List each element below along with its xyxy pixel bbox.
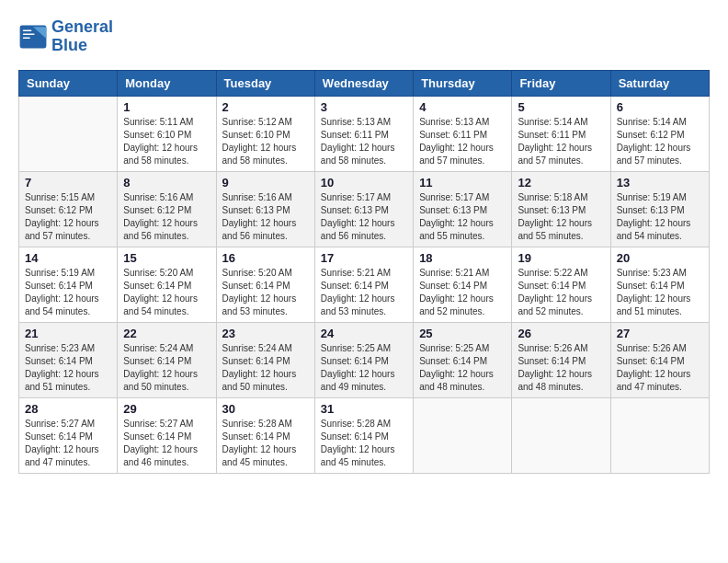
day-header-wednesday: Wednesday	[314, 70, 413, 96]
day-number: 12	[518, 176, 604, 190]
calendar-cell: 30 Sunrise: 5:28 AM Sunset: 6:14 PM Dayl…	[216, 397, 314, 473]
calendar-cell: 21 Sunrise: 5:23 AM Sunset: 6:14 PM Dayl…	[19, 322, 118, 397]
day-info: Sunrise: 5:17 AM Sunset: 6:13 PM Dayligh…	[419, 191, 506, 243]
day-headers-row: SundayMondayTuesdayWednesdayThursdayFrid…	[19, 70, 710, 96]
day-number: 9	[222, 176, 309, 190]
calendar-cell: 8 Sunrise: 5:16 AM Sunset: 6:12 PM Dayli…	[118, 171, 216, 247]
calendar-table: SundayMondayTuesdayWednesdayThursdayFrid…	[18, 70, 710, 474]
day-number: 7	[25, 176, 111, 190]
calendar-cell	[610, 397, 709, 473]
day-info: Sunrise: 5:23 AM Sunset: 6:14 PM Dayligh…	[617, 267, 703, 318]
day-number: 17	[321, 251, 407, 265]
calendar-cell: 20 Sunrise: 5:23 AM Sunset: 6:14 PM Dayl…	[610, 247, 709, 322]
day-header-sunday: Sunday	[19, 70, 118, 96]
day-number: 20	[617, 251, 703, 265]
day-info: Sunrise: 5:19 AM Sunset: 6:14 PM Dayligh…	[25, 267, 111, 318]
day-number: 11	[419, 176, 506, 190]
day-info: Sunrise: 5:25 AM Sunset: 6:14 PM Dayligh…	[419, 342, 506, 394]
calendar-cell: 28 Sunrise: 5:27 AM Sunset: 6:14 PM Dayl…	[19, 397, 118, 473]
day-info: Sunrise: 5:26 AM Sunset: 6:14 PM Dayligh…	[518, 342, 604, 394]
calendar-cell	[512, 397, 610, 473]
calendar-cell: 14 Sunrise: 5:19 AM Sunset: 6:14 PM Dayl…	[19, 247, 118, 322]
day-number: 8	[123, 176, 210, 190]
day-info: Sunrise: 5:22 AM Sunset: 6:14 PM Dayligh…	[518, 267, 604, 318]
day-info: Sunrise: 5:20 AM Sunset: 6:14 PM Dayligh…	[222, 267, 309, 318]
calendar-cell: 16 Sunrise: 5:20 AM Sunset: 6:14 PM Dayl…	[216, 247, 314, 322]
day-header-tuesday: Tuesday	[216, 70, 314, 96]
calendar-cell: 3 Sunrise: 5:13 AM Sunset: 6:11 PM Dayli…	[314, 96, 413, 171]
calendar-cell: 29 Sunrise: 5:27 AM Sunset: 6:14 PM Dayl…	[118, 397, 216, 473]
day-header-saturday: Saturday	[610, 70, 709, 96]
day-info: Sunrise: 5:16 AM Sunset: 6:13 PM Dayligh…	[222, 191, 309, 243]
day-number: 21	[25, 327, 111, 340]
calendar-cell: 2 Sunrise: 5:12 AM Sunset: 6:10 PM Dayli…	[216, 96, 314, 171]
day-info: Sunrise: 5:26 AM Sunset: 6:14 PM Dayligh…	[617, 342, 703, 394]
calendar-cell: 15 Sunrise: 5:20 AM Sunset: 6:14 PM Dayl…	[118, 247, 216, 322]
calendar-cell: 7 Sunrise: 5:15 AM Sunset: 6:12 PM Dayli…	[19, 171, 118, 247]
day-number: 30	[222, 402, 309, 416]
page-header: General Blue	[18, 18, 710, 55]
day-number: 2	[222, 100, 309, 114]
week-row-1: 1 Sunrise: 5:11 AM Sunset: 6:10 PM Dayli…	[19, 96, 710, 171]
day-info: Sunrise: 5:20 AM Sunset: 6:14 PM Dayligh…	[123, 267, 210, 318]
logo: General Blue	[18, 18, 113, 55]
svg-rect-3	[23, 33, 35, 35]
day-number: 16	[222, 251, 309, 265]
calendar-cell: 11 Sunrise: 5:17 AM Sunset: 6:13 PM Dayl…	[414, 171, 512, 247]
day-number: 18	[419, 251, 506, 265]
day-info: Sunrise: 5:14 AM Sunset: 6:11 PM Dayligh…	[518, 116, 604, 167]
calendar-cell: 4 Sunrise: 5:13 AM Sunset: 6:11 PM Dayli…	[414, 96, 512, 171]
calendar-cell: 18 Sunrise: 5:21 AM Sunset: 6:14 PM Dayl…	[414, 247, 512, 322]
day-number: 6	[617, 100, 703, 114]
day-number: 14	[25, 251, 111, 265]
calendar-cell: 12 Sunrise: 5:18 AM Sunset: 6:13 PM Dayl…	[512, 171, 610, 247]
svg-rect-4	[23, 37, 30, 39]
day-info: Sunrise: 5:12 AM Sunset: 6:10 PM Dayligh…	[222, 116, 309, 167]
day-number: 31	[321, 402, 407, 416]
day-info: Sunrise: 5:13 AM Sunset: 6:11 PM Dayligh…	[321, 116, 407, 167]
logo-icon	[18, 24, 48, 50]
day-info: Sunrise: 5:19 AM Sunset: 6:13 PM Dayligh…	[617, 191, 703, 243]
logo-text: General Blue	[51, 18, 113, 55]
day-info: Sunrise: 5:24 AM Sunset: 6:14 PM Dayligh…	[222, 342, 309, 394]
calendar-cell: 1 Sunrise: 5:11 AM Sunset: 6:10 PM Dayli…	[118, 96, 216, 171]
calendar-cell: 13 Sunrise: 5:19 AM Sunset: 6:13 PM Dayl…	[610, 171, 709, 247]
day-info: Sunrise: 5:27 AM Sunset: 6:14 PM Dayligh…	[25, 418, 111, 469]
day-info: Sunrise: 5:18 AM Sunset: 6:13 PM Dayligh…	[518, 191, 604, 243]
day-number: 1	[123, 100, 210, 114]
day-info: Sunrise: 5:17 AM Sunset: 6:13 PM Dayligh…	[321, 191, 407, 243]
day-info: Sunrise: 5:25 AM Sunset: 6:14 PM Dayligh…	[321, 342, 407, 394]
day-number: 5	[518, 100, 604, 114]
day-header-friday: Friday	[512, 70, 610, 96]
day-number: 29	[123, 402, 210, 416]
calendar-cell: 10 Sunrise: 5:17 AM Sunset: 6:13 PM Dayl…	[314, 171, 413, 247]
calendar-cell: 27 Sunrise: 5:26 AM Sunset: 6:14 PM Dayl…	[610, 322, 709, 397]
day-header-monday: Monday	[118, 70, 216, 96]
calendar-cell: 26 Sunrise: 5:26 AM Sunset: 6:14 PM Dayl…	[512, 322, 610, 397]
calendar-cell: 19 Sunrise: 5:22 AM Sunset: 6:14 PM Dayl…	[512, 247, 610, 322]
day-info: Sunrise: 5:24 AM Sunset: 6:14 PM Dayligh…	[123, 342, 210, 394]
day-number: 28	[25, 402, 111, 416]
calendar-cell: 23 Sunrise: 5:24 AM Sunset: 6:14 PM Dayl…	[216, 322, 314, 397]
day-info: Sunrise: 5:27 AM Sunset: 6:14 PM Dayligh…	[123, 418, 210, 469]
calendar-cell: 17 Sunrise: 5:21 AM Sunset: 6:14 PM Dayl…	[314, 247, 413, 322]
day-number: 13	[617, 176, 703, 190]
day-number: 26	[518, 327, 604, 340]
calendar-cell: 6 Sunrise: 5:14 AM Sunset: 6:12 PM Dayli…	[610, 96, 709, 171]
day-number: 23	[222, 327, 309, 340]
day-info: Sunrise: 5:21 AM Sunset: 6:14 PM Dayligh…	[321, 267, 407, 318]
day-number: 24	[321, 327, 407, 340]
day-info: Sunrise: 5:28 AM Sunset: 6:14 PM Dayligh…	[222, 418, 309, 469]
calendar-cell	[414, 397, 512, 473]
day-info: Sunrise: 5:13 AM Sunset: 6:11 PM Dayligh…	[419, 116, 506, 167]
week-row-2: 7 Sunrise: 5:15 AM Sunset: 6:12 PM Dayli…	[19, 171, 710, 247]
day-info: Sunrise: 5:21 AM Sunset: 6:14 PM Dayligh…	[419, 267, 506, 318]
week-row-5: 28 Sunrise: 5:27 AM Sunset: 6:14 PM Dayl…	[19, 397, 710, 473]
day-number: 15	[123, 251, 210, 265]
day-number: 3	[321, 100, 407, 114]
calendar-cell: 25 Sunrise: 5:25 AM Sunset: 6:14 PM Dayl…	[414, 322, 512, 397]
day-number: 19	[518, 251, 604, 265]
day-number: 4	[419, 100, 506, 114]
day-number: 25	[419, 327, 506, 340]
week-row-3: 14 Sunrise: 5:19 AM Sunset: 6:14 PM Dayl…	[19, 247, 710, 322]
